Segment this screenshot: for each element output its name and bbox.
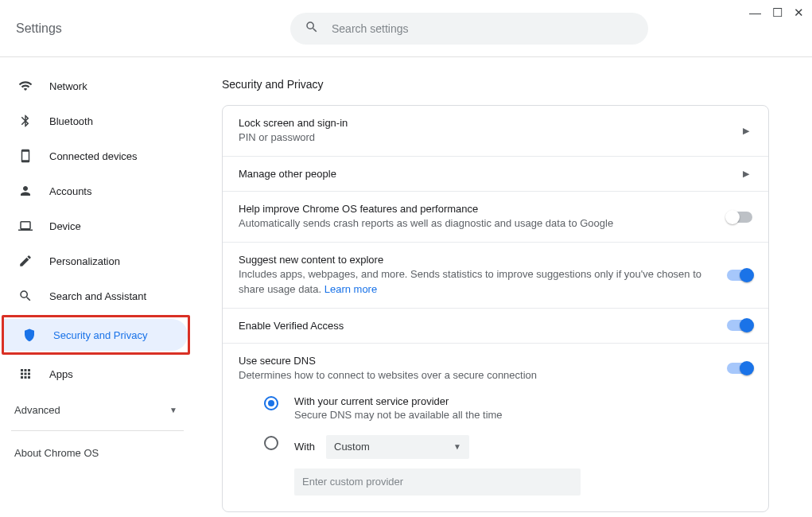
- sidebar-item-label: Apps: [49, 368, 73, 380]
- sidebar-item-label: Network: [49, 80, 87, 92]
- page-title: Settings: [16, 21, 290, 36]
- pencil-icon: [17, 254, 33, 268]
- toggle-help-improve[interactable]: [727, 212, 752, 223]
- row-verified-access: Enable Verified Access: [223, 309, 768, 344]
- settings-card: Lock screen and sign-in PIN or password …: [222, 105, 769, 512]
- learn-more-link[interactable]: Learn more: [324, 283, 377, 295]
- close-icon[interactable]: ✕: [794, 6, 804, 18]
- sidebar-item-device[interactable]: Device: [0, 210, 195, 242]
- sidebar-item-bluetooth[interactable]: Bluetooth: [0, 105, 195, 137]
- section-title: Security and Privacy: [222, 78, 769, 91]
- row-help-improve: Help improve Chrome OS features and perf…: [223, 192, 768, 243]
- select-value: Custom: [334, 441, 370, 453]
- toggle-verified-access[interactable]: [727, 320, 752, 331]
- dns-option-custom[interactable]: With Custom ▼: [264, 435, 752, 496]
- toggle-secure-dns[interactable]: [727, 363, 752, 374]
- sidebar: Network Bluetooth Connected devices Acco…: [0, 57, 195, 512]
- search-icon: [305, 20, 319, 37]
- custom-provider-input[interactable]: [294, 468, 581, 496]
- sidebar-item-label: Accounts: [49, 185, 91, 197]
- row-subtitle: Includes apps, webpages, and more. Sends…: [239, 267, 727, 296]
- row-subtitle: Determines how to connect to websites ov…: [239, 368, 727, 383]
- divider: [11, 430, 184, 431]
- header: Settings: [0, 0, 812, 57]
- option-title: With your current service provider: [294, 395, 503, 407]
- chevron-right-icon: ▶: [743, 169, 752, 179]
- option-subtitle: Secure DNS may not be available all the …: [294, 409, 503, 421]
- row-secure-dns: Use secure DNS Determines how to connect…: [223, 344, 768, 511]
- sidebar-item-search-assistant[interactable]: Search and Assistant: [0, 280, 195, 312]
- option-label: With: [294, 441, 315, 453]
- chevron-down-icon: ▼: [169, 406, 177, 414]
- row-lock-screen[interactable]: Lock screen and sign-in PIN or password …: [223, 106, 768, 157]
- toggle-suggest-content[interactable]: [727, 270, 752, 281]
- row-suggest-content: Suggest new content to explore Includes …: [223, 243, 768, 308]
- row-title: Manage other people: [239, 168, 743, 180]
- sidebar-item-label: Device: [49, 220, 81, 232]
- sidebar-advanced[interactable]: Advanced ▼: [0, 393, 195, 427]
- search-input[interactable]: [332, 22, 634, 35]
- minimize-icon[interactable]: —: [749, 6, 761, 18]
- search-icon: [17, 289, 33, 303]
- sidebar-item-accounts[interactable]: Accounts: [0, 175, 195, 207]
- advanced-label: Advanced: [14, 404, 60, 416]
- sidebar-item-connected-devices[interactable]: Connected devices: [0, 140, 195, 172]
- row-title: Enable Verified Access: [239, 320, 727, 332]
- wifi-icon: [17, 79, 33, 93]
- sidebar-item-label: Search and Assistant: [49, 290, 146, 302]
- sidebar-item-personalization[interactable]: Personalization: [0, 245, 195, 277]
- row-title: Use secure DNS: [239, 355, 727, 367]
- dns-provider-select[interactable]: Custom ▼: [326, 435, 469, 459]
- sidebar-item-apps[interactable]: Apps: [0, 358, 195, 390]
- sidebar-item-label: Bluetooth: [49, 115, 93, 127]
- chevron-right-icon: ▶: [743, 126, 752, 136]
- bluetooth-icon: [17, 114, 33, 128]
- sidebar-item-network[interactable]: Network: [0, 70, 195, 102]
- row-subtitle: PIN or password: [239, 130, 743, 145]
- chevron-down-icon: ▼: [453, 442, 461, 451]
- radio-icon[interactable]: [264, 436, 278, 450]
- row-title: Suggest new content to explore: [239, 254, 727, 266]
- person-icon: [17, 184, 33, 198]
- row-manage-people[interactable]: Manage other people ▶: [223, 157, 768, 192]
- search-box[interactable]: [290, 13, 648, 45]
- sidebar-item-security-privacy[interactable]: Security and Privacy: [4, 319, 188, 351]
- laptop-icon: [17, 219, 33, 233]
- sidebar-item-label: Connected devices: [49, 150, 138, 162]
- shield-icon: [21, 328, 37, 342]
- maximize-icon[interactable]: ☐: [772, 6, 783, 18]
- radio-icon[interactable]: [264, 396, 278, 410]
- dns-option-current-provider[interactable]: With your current service provider Secur…: [264, 395, 752, 421]
- phone-icon: [17, 149, 33, 163]
- sidebar-item-label: Security and Privacy: [53, 329, 148, 341]
- row-title: Help improve Chrome OS features and perf…: [239, 203, 727, 215]
- sidebar-item-label: Personalization: [49, 255, 120, 267]
- row-subtitle: Automatically sends crash reports as wel…: [239, 216, 727, 231]
- highlight-box: Security and Privacy: [2, 315, 190, 355]
- about-label: About Chrome OS: [14, 447, 99, 459]
- row-title: Lock screen and sign-in: [239, 117, 743, 129]
- main-content: Security and Privacy Lock screen and sig…: [195, 57, 812, 512]
- sidebar-about[interactable]: About Chrome OS: [0, 436, 195, 470]
- apps-icon: [17, 367, 33, 381]
